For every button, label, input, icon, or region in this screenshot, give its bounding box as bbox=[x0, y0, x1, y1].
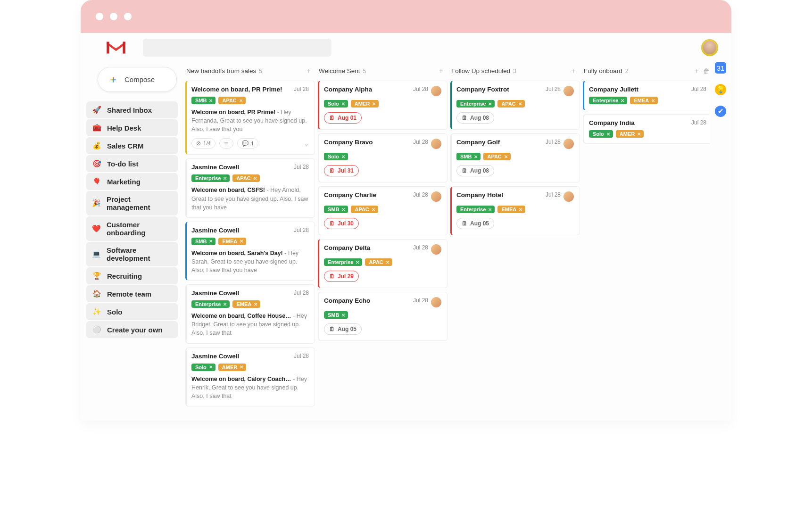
close-icon[interactable]: ✕ bbox=[606, 132, 610, 137]
tasks-icon[interactable]: ✔ bbox=[715, 106, 726, 117]
compose-button[interactable]: ＋ Compose bbox=[98, 67, 177, 92]
close-icon[interactable]: ✕ bbox=[372, 207, 375, 212]
close-icon[interactable]: ✕ bbox=[488, 207, 492, 212]
due-date-chip[interactable]: 🗓Aug 08 bbox=[456, 112, 494, 124]
tag-enterprise[interactable]: Enterprise ✕ bbox=[456, 206, 495, 213]
tag-amer[interactable]: AMER ✕ bbox=[616, 130, 644, 138]
close-icon[interactable]: ✕ bbox=[223, 176, 227, 181]
tag-smb[interactable]: SMB ✕ bbox=[324, 206, 348, 213]
card[interactable]: Company FoxtrotJul 28Enterprise ✕APAC ✕🗓… bbox=[450, 81, 580, 130]
tag-emea[interactable]: EMEA ✕ bbox=[497, 206, 525, 213]
close-icon[interactable]: ✕ bbox=[518, 101, 522, 107]
card[interactable]: Company DeltaJul 28Enterprise ✕APAC ✕🗓Ju… bbox=[318, 239, 447, 288]
tag-enterprise[interactable]: Enterprise ✕ bbox=[191, 300, 230, 308]
close-icon[interactable]: ✕ bbox=[223, 302, 227, 307]
tag-smb[interactable]: SMB ✕ bbox=[324, 311, 348, 319]
close-icon[interactable]: ✕ bbox=[209, 239, 213, 244]
add-card-button[interactable]: ＋ bbox=[693, 66, 700, 76]
sidebar-item-project-management[interactable]: 🎉Project management bbox=[86, 191, 178, 215]
window-close-dot[interactable] bbox=[96, 13, 103, 20]
close-icon[interactable]: ✕ bbox=[488, 101, 492, 107]
card[interactable]: Company BravoJul 28Solo ✕🗓Jul 31 bbox=[318, 133, 447, 182]
tag-apac[interactable]: APAC ✕ bbox=[218, 97, 245, 104]
window-minimize-dot[interactable] bbox=[110, 13, 117, 20]
card[interactable]: Jasmine CowellJul 28SMB ✕EMEA ✕Welcome o… bbox=[185, 222, 315, 281]
tag-smb[interactable]: SMB ✕ bbox=[191, 238, 215, 245]
card[interactable]: Company AlphaJul 28Solo ✕AMER ✕🗓Aug 01 bbox=[318, 81, 447, 130]
tag-apac[interactable]: APAC ✕ bbox=[232, 174, 259, 182]
close-icon[interactable]: ✕ bbox=[341, 313, 345, 318]
due-date-chip[interactable]: 🗓Aug 01 bbox=[324, 112, 362, 124]
chevron-down-icon[interactable]: ⌄ bbox=[304, 140, 309, 147]
tag-smb[interactable]: SMB ✕ bbox=[191, 97, 215, 104]
tag-smb[interactable]: SMB ✕ bbox=[456, 153, 481, 160]
due-date-chip[interactable]: 🗓Aug 05 bbox=[324, 323, 362, 335]
sidebar-item-create-your-own[interactable]: ⚪Create your own bbox=[86, 321, 178, 338]
card[interactable]: Jasmine CowellJul 28Enterprise ✕APAC ✕We… bbox=[185, 158, 315, 217]
close-icon[interactable]: ✕ bbox=[253, 176, 257, 181]
close-icon[interactable]: ✕ bbox=[372, 101, 376, 107]
due-date-chip[interactable]: 🗓Jul 29 bbox=[324, 271, 359, 282]
tag-emea[interactable]: EMEA ✕ bbox=[218, 238, 246, 245]
tag-apac[interactable]: APAC ✕ bbox=[483, 153, 510, 160]
sidebar-item-shared-inbox[interactable]: 🚀Shared Inbox bbox=[86, 101, 178, 118]
tag-solo[interactable]: Solo ✕ bbox=[324, 100, 348, 108]
search-input[interactable] bbox=[143, 39, 331, 57]
window-zoom-dot[interactable] bbox=[124, 13, 132, 20]
close-icon[interactable]: ✕ bbox=[504, 154, 508, 159]
close-icon[interactable]: ✕ bbox=[209, 364, 213, 370]
due-date-chip[interactable]: 🗓Jul 31 bbox=[324, 165, 359, 176]
tag-apac[interactable]: APAC ✕ bbox=[497, 100, 524, 108]
add-card-button[interactable]: ＋ bbox=[305, 66, 312, 76]
sidebar-item-marketing[interactable]: 🎈Marketing bbox=[86, 173, 178, 190]
sidebar-item-sales-crm[interactable]: 💰Sales CRM bbox=[86, 137, 178, 154]
tag-enterprise[interactable]: Enterprise ✕ bbox=[589, 97, 627, 104]
close-icon[interactable]: ✕ bbox=[240, 239, 243, 244]
due-date-chip[interactable]: 🗓Aug 05 bbox=[456, 218, 494, 229]
comment-count[interactable]: 💬 1 bbox=[237, 138, 258, 149]
card[interactable]: Company HotelJul 28Enterprise ✕EMEA ✕🗓Au… bbox=[450, 186, 580, 235]
tag-solo[interactable]: Solo ✕ bbox=[589, 130, 613, 138]
close-icon[interactable]: ✕ bbox=[254, 302, 257, 307]
card[interactable]: Company EchoJul 28SMB ✕🗓Aug 05 bbox=[318, 292, 447, 341]
close-icon[interactable]: ✕ bbox=[621, 98, 624, 103]
sidebar-item-to-do-list[interactable]: 🎯To-do list bbox=[86, 155, 178, 172]
card[interactable]: Welcome on board, PR Prime!Jul 28SMB ✕AP… bbox=[185, 81, 315, 155]
sidebar-item-software-development[interactable]: 💻Software development bbox=[86, 242, 178, 266]
tag-enterprise[interactable]: Enterprise ✕ bbox=[191, 174, 230, 182]
close-icon[interactable]: ✕ bbox=[341, 207, 345, 212]
keep-icon[interactable]: 💡 bbox=[715, 84, 726, 95]
card[interactable]: Jasmine CowellJul 28Solo ✕AMER ✕Welcome … bbox=[185, 348, 315, 406]
card[interactable]: Company CharlieJul 28SMB ✕APAC ✕🗓Jul 30 bbox=[318, 186, 447, 235]
close-icon[interactable]: ✕ bbox=[519, 207, 522, 212]
tag-solo[interactable]: Solo ✕ bbox=[191, 364, 215, 371]
due-date-chip[interactable]: 🗓Jul 30 bbox=[324, 218, 359, 229]
close-icon[interactable]: ✕ bbox=[209, 98, 213, 103]
card[interactable]: Company GolfJul 28SMB ✕APAC ✕🗓Aug 08 bbox=[450, 133, 580, 182]
card[interactable]: Company JuliettJul 28Enterprise ✕EMEA ✕ bbox=[583, 81, 710, 110]
card[interactable]: Company IndiaJul 28Solo ✕AMER ✕ bbox=[583, 114, 710, 144]
close-icon[interactable]: ✕ bbox=[651, 98, 655, 103]
close-icon[interactable]: ✕ bbox=[239, 98, 243, 103]
tag-enterprise[interactable]: Enterprise ✕ bbox=[324, 258, 362, 266]
close-icon[interactable]: ✕ bbox=[356, 260, 359, 265]
close-icon[interactable]: ✕ bbox=[341, 154, 345, 159]
sidebar-item-customer-onboarding[interactable]: ❤️Customer onboarding bbox=[86, 216, 178, 241]
add-card-button[interactable]: ＋ bbox=[437, 66, 445, 76]
calendar-icon[interactable]: 31 bbox=[715, 62, 726, 74]
tag-amer[interactable]: AMER ✕ bbox=[351, 100, 379, 108]
card[interactable]: Jasmine CowellJul 28Enterprise ✕EMEA ✕We… bbox=[185, 284, 315, 343]
tag-apac[interactable]: APAC ✕ bbox=[365, 258, 392, 266]
subtask-progress[interactable]: ⊘ 1/4 bbox=[191, 138, 215, 149]
close-icon[interactable]: ✕ bbox=[341, 101, 345, 107]
trash-icon[interactable]: 🗑 bbox=[703, 67, 710, 75]
tag-apac[interactable]: APAC ✕ bbox=[351, 206, 378, 213]
add-card-button[interactable]: ＋ bbox=[570, 66, 577, 76]
sidebar-item-solo[interactable]: ✨Solo bbox=[86, 303, 178, 320]
close-icon[interactable]: ✕ bbox=[474, 154, 478, 159]
close-icon[interactable]: ✕ bbox=[637, 132, 641, 137]
tag-emea[interactable]: EMEA ✕ bbox=[232, 300, 260, 308]
tag-enterprise[interactable]: Enterprise ✕ bbox=[456, 100, 495, 108]
close-icon[interactable]: ✕ bbox=[386, 260, 389, 265]
tag-emea[interactable]: EMEA ✕ bbox=[630, 97, 658, 104]
